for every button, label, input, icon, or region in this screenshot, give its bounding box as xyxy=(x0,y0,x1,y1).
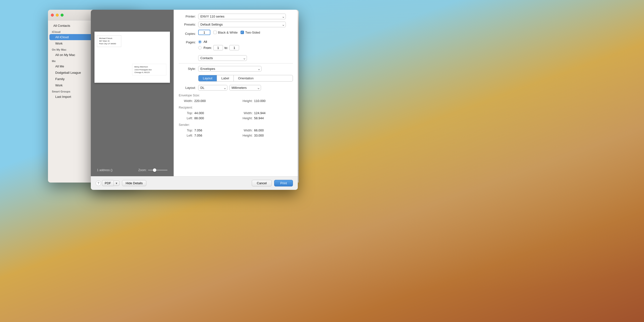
envelope-size-title: Envelope Size: xyxy=(179,94,293,97)
recipient-title: Recipient: xyxy=(179,106,293,109)
printer-row: Printer: ENVY 110 series ⌄ xyxy=(179,14,293,19)
sender-width-item: Width: 66.000 xyxy=(240,128,293,132)
recipient-section: Recipient: Top: 44.000 Width: 124.944 Le… xyxy=(179,106,293,120)
sender-grid: Top: 7.056 Width: 66.000 Left: 7.056 Hei… xyxy=(181,128,293,137)
presets-label: Presets: xyxy=(179,23,196,26)
envelope-size-section: Envelope Size: Width: 220.000 Height: 11… xyxy=(179,94,293,103)
sender-top-item: Top: 7.056 xyxy=(181,128,233,132)
sender-address-preview: Michael Potuck 987 Main St Park City UT … xyxy=(97,35,121,47)
pages-all-radio[interactable] xyxy=(198,40,202,44)
envelope-size-grid: Width: 220.000 Height: 110.000 xyxy=(181,99,293,103)
hide-details-button[interactable]: Hide Details xyxy=(122,180,146,186)
two-sided-label: Two-Sided xyxy=(245,31,260,34)
black-white-option: Black & White xyxy=(213,31,238,34)
pdf-chevron-icon: ▼ xyxy=(115,182,118,185)
recipient-address-preview: Betsy Albertson 1423 Pineapple Ave Chica… xyxy=(132,64,166,76)
envelope-height-item: Height: 110.000 xyxy=(240,99,293,103)
two-sided-option: Two-Sided xyxy=(240,31,260,34)
from-label: From: xyxy=(204,46,212,50)
close-button[interactable] xyxy=(51,14,54,16)
sender-left-item: Left: 7.056 xyxy=(181,134,233,137)
units-select-container: Millimeters ⌄ xyxy=(229,85,261,90)
recipient-width-item: Width: 124.944 xyxy=(240,111,293,115)
recipient-left-label: Left: xyxy=(181,116,193,120)
address-count: 1 address () xyxy=(97,168,112,172)
sender-top-label: Top: xyxy=(181,128,193,132)
sender-height-label: Height: xyxy=(240,134,253,137)
printer-select[interactable]: ENVY 110 series xyxy=(198,14,286,19)
style-select-container: Envelopes ⌄ xyxy=(198,66,262,72)
layout-select[interactable]: DL xyxy=(198,85,228,90)
print-button[interactable]: Print xyxy=(274,180,293,186)
sender-height-value: 33.000 xyxy=(254,134,264,137)
tab-layout[interactable]: Layout xyxy=(198,75,217,81)
layout-row: Layout: DL ⌄ Millimeters ⌄ xyxy=(179,85,293,90)
zoom-slider-thumb[interactable] xyxy=(153,168,156,172)
recipient-street: 1423 Pineapple Ave xyxy=(134,68,164,71)
sender-left-label: Left: xyxy=(181,134,193,137)
print-dialog-footer: ? PDF ▼ Hide Details Cancel Print xyxy=(91,176,298,190)
zoom-control: Zoom: xyxy=(138,168,168,172)
copies-row: Copies: Black & White Two-Sided xyxy=(179,30,293,38)
pages-label: Pages: xyxy=(179,40,196,44)
sender-height-item: Height: 33.000 xyxy=(240,134,293,137)
recipient-width-value: 124.944 xyxy=(254,111,266,115)
tab-orientation[interactable]: Orientation xyxy=(234,75,258,81)
style-label: Style: xyxy=(179,67,196,70)
presets-select[interactable]: Default Settings xyxy=(198,22,286,27)
recipient-top-value: 44.000 xyxy=(194,111,204,115)
minimize-button[interactable] xyxy=(56,14,59,16)
recipient-top-label: Top: xyxy=(181,111,193,115)
sender-title: Sender: xyxy=(179,123,293,126)
cancel-button[interactable]: Cancel xyxy=(252,180,272,186)
traffic-lights xyxy=(51,14,64,16)
pdf-arrow-button[interactable]: ▼ xyxy=(114,180,120,186)
contacts-select-container: Contacts ⌄ xyxy=(198,55,247,61)
settings-divider xyxy=(179,63,293,64)
recipient-width-label: Width: xyxy=(240,111,253,115)
recipient-top-item: Top: 44.000 xyxy=(181,111,233,115)
layout-select-container: DL ⌄ xyxy=(198,85,228,90)
recipient-height-value: 58.944 xyxy=(254,116,264,120)
printer-select-container: ENVY 110 series ⌄ xyxy=(198,14,286,19)
style-row: Style: Envelopes ⌄ xyxy=(179,66,293,72)
pages-range-radio[interactable] xyxy=(198,46,202,50)
envelope-width-item: Width: 220.000 xyxy=(181,99,233,103)
contacts-select[interactable]: Contacts xyxy=(198,55,247,61)
pages-options: All From: to: xyxy=(198,40,239,50)
two-sided-checkbox[interactable] xyxy=(240,31,244,34)
sender-city: Park City UT 84060 xyxy=(99,42,119,45)
presets-select-container: Default Settings ⌄ xyxy=(198,22,286,27)
from-to-inputs: From: to: xyxy=(204,45,239,50)
preview-footer: 1 address () Zoom: xyxy=(94,166,170,174)
style-select[interactable]: Envelopes xyxy=(198,66,262,72)
sender-section: Sender: Top: 7.056 Width: 66.000 Left: 7… xyxy=(179,123,293,137)
pages-to-input[interactable] xyxy=(229,45,239,50)
style-tab-bar: Layout Label Orientation xyxy=(198,75,293,82)
sender-width-label: Width: xyxy=(240,128,253,132)
pages-from-input[interactable] xyxy=(213,45,223,50)
recipient-city: Chicago IL 60123 xyxy=(134,71,164,74)
recipient-grid: Top: 44.000 Width: 124.944 Left: 88.000 … xyxy=(181,111,293,120)
sender-name: Michael Potuck xyxy=(99,37,119,40)
envelope-height-value: 110.000 xyxy=(254,99,266,103)
envelope-width-value: 220.000 xyxy=(194,99,206,103)
black-white-checkbox[interactable] xyxy=(213,31,217,34)
sender-width-value: 66.000 xyxy=(254,128,264,132)
pages-row: Pages: All From: to: xyxy=(179,40,293,53)
recipient-name: Betsy Albertson xyxy=(134,66,164,68)
help-button[interactable]: ? xyxy=(96,180,101,186)
copies-label: Copies: xyxy=(179,32,196,36)
maximize-button[interactable] xyxy=(61,14,64,16)
footer-right: Cancel Print xyxy=(252,180,293,186)
tab-label[interactable]: Label xyxy=(217,75,234,81)
units-select[interactable]: Millimeters xyxy=(229,85,261,90)
pdf-main-button[interactable]: PDF xyxy=(102,180,114,186)
pages-all-option: All xyxy=(198,40,239,44)
contacts-dropdown-row: Contacts ⌄ xyxy=(179,55,293,61)
zoom-slider[interactable] xyxy=(148,170,168,170)
copies-controls: Black & White Two-Sided xyxy=(198,30,260,35)
sender-left-value: 7.056 xyxy=(194,134,202,137)
footer-left: ? PDF ▼ Hide Details xyxy=(96,180,146,186)
copies-input[interactable] xyxy=(198,30,210,35)
